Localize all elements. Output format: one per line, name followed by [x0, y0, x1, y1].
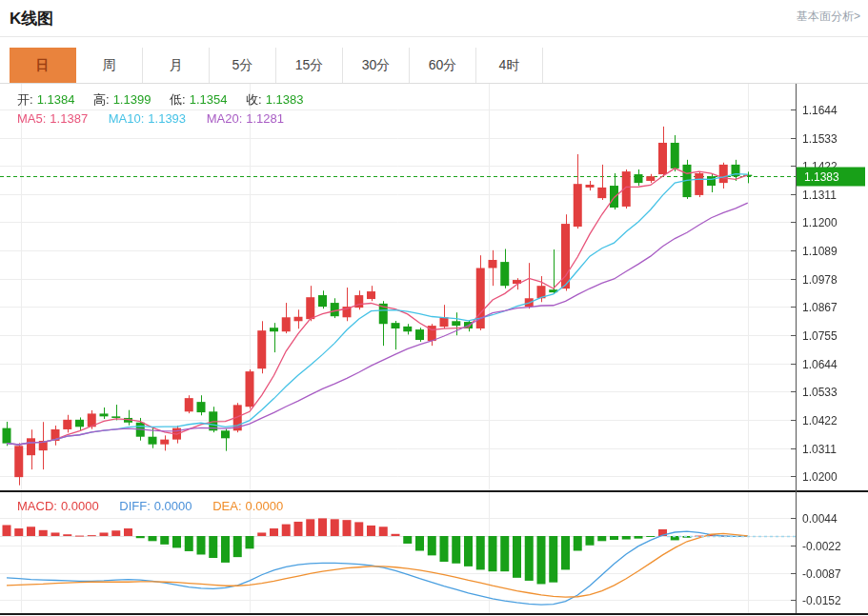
page-header: K线图 基本面分析> [0, 0, 868, 37]
tab-month[interactable]: 月 [143, 48, 210, 83]
interval-tab-bar: 日 周 月 5分 15分 30分 60分 4时 [0, 48, 868, 84]
tab-week[interactable]: 周 [76, 48, 143, 83]
tab-60min[interactable]: 60分 [410, 48, 476, 83]
page-title: K线图 [10, 8, 53, 30]
chart-region: 开:1.1384 高:1.1399 低:1.1354 收:1.1383 MA5:… [0, 84, 868, 616]
fundamental-analysis-link[interactable]: 基本面分析> [797, 9, 860, 25]
tab-15min[interactable]: 15分 [276, 48, 343, 83]
tab-day[interactable]: 日 [10, 48, 76, 83]
tab-5min[interactable]: 5分 [210, 48, 276, 83]
kline-page: K线图 基本面分析> 日 周 月 5分 15分 30分 60分 4时 开:1.1… [0, 0, 868, 616]
kline-chart-canvas[interactable] [0, 84, 868, 616]
tab-4hour[interactable]: 4时 [476, 48, 543, 83]
tab-30min[interactable]: 30分 [343, 48, 410, 83]
